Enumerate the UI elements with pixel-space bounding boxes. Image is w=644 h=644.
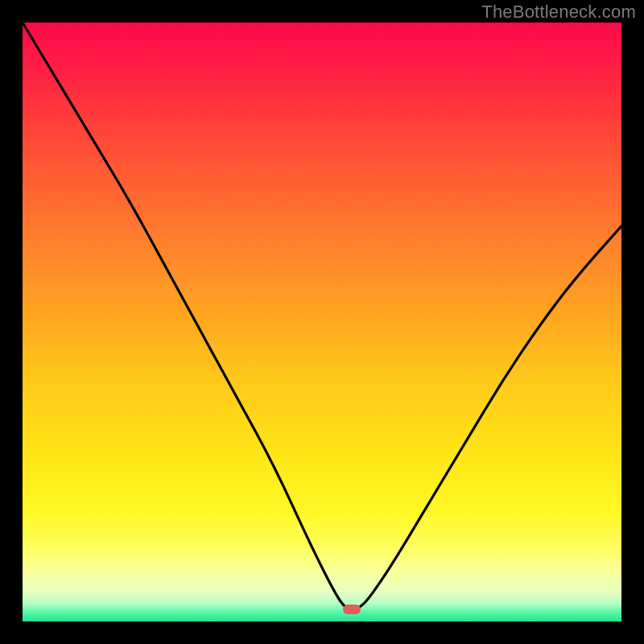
- watermark-text: TheBottleneck.com: [481, 2, 636, 23]
- bottleneck-curve: [23, 23, 621, 621]
- chart-frame: TheBottleneck.com: [0, 0, 644, 644]
- curve-path: [23, 23, 621, 609]
- minimum-marker: [343, 605, 361, 614]
- plot-area: [23, 23, 621, 621]
